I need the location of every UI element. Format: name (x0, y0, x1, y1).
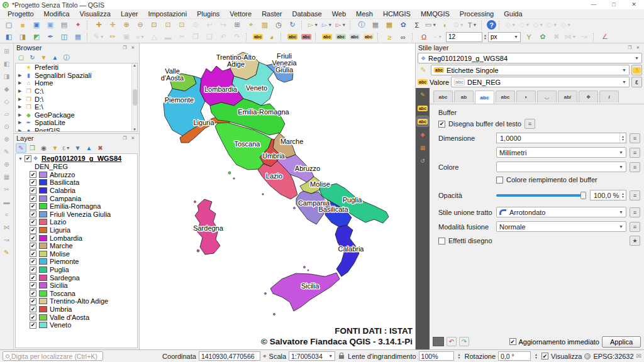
select-by-form-icon[interactable]: ▻▼ (321, 19, 333, 30)
blend-mode-select[interactable]: Normale▼ (496, 221, 626, 232)
mouse-extent-icon[interactable]: ⌖ (263, 353, 267, 360)
legend-row-trentino-alto-adige[interactable]: Trentino-Alto Adige (16, 297, 137, 305)
layer-diagram-options-icon[interactable]: ◕ (265, 31, 278, 42)
labels-tab-icon[interactable]: abc (417, 116, 428, 126)
label-field-select[interactable]: abc DEN_REG ▼ (451, 77, 630, 87)
legend-item-checkbox[interactable] (30, 298, 36, 305)
legend-item-checkbox[interactable] (30, 203, 36, 210)
new-spatial-bookmark-icon[interactable]: ▥ (258, 19, 271, 30)
effects-options-button[interactable]: ★ (630, 236, 640, 246)
apply-button[interactable]: Applica (602, 336, 641, 348)
metasearch-icon[interactable]: ∞ (397, 31, 409, 42)
vertex-tool-current-layer-icon[interactable]: Y (523, 31, 535, 42)
legend-item-checkbox[interactable] (30, 250, 36, 257)
style-layer-select[interactable]: ❖ Reg01012019_g_WGS84 ▼ (418, 53, 642, 63)
join-style-select[interactable]: Arrotondato▼ (496, 207, 626, 217)
expand-arrow-icon[interactable]: ▶ (18, 73, 25, 78)
browser-item-e-[interactable]: ▶❒E:\ (16, 103, 137, 111)
tab-placement[interactable]: ❖ (579, 90, 598, 102)
menu-modifica[interactable]: Modifica (39, 10, 75, 18)
close-icon[interactable]: ✕ (635, 45, 641, 51)
expand-arrow-icon[interactable]: ▶ (18, 97, 25, 102)
legend-item-checkbox[interactable] (30, 195, 36, 202)
browser-scrollbar[interactable]: ▲▼ (131, 63, 137, 131)
style-manager-icon[interactable]: ✦ (72, 19, 84, 30)
tab-buffer[interactable]: abc (475, 90, 494, 104)
collapse-all-icon[interactable]: ▲ (50, 53, 60, 62)
deselect-features-icon[interactable]: ▻▼ (335, 19, 347, 30)
legend-item-checkbox[interactable] (30, 314, 36, 321)
symbology-3d-tab-icon[interactable]: ◆ (417, 129, 428, 140)
move-label-icon[interactable]: abc (321, 31, 333, 42)
filter-legend-icon[interactable]: ▼ (50, 143, 60, 153)
menu-web[interactable]: Web (327, 10, 351, 18)
select-features-icon[interactable]: ▻▼ (307, 19, 319, 30)
collapse-all-icon[interactable]: ▲ (84, 143, 94, 153)
layer-visibility-checkbox[interactable] (25, 155, 31, 162)
legend-row-sicilia[interactable]: Sicilia (16, 282, 137, 290)
symbology-icon[interactable]: ✎ (418, 65, 429, 75)
legend-row-basilicata[interactable]: Basilicata (16, 178, 137, 187)
legend-row-calabria[interactable]: Calabria (16, 187, 137, 195)
undock-icon[interactable]: ❐ (626, 45, 633, 51)
field-calculator-icon[interactable]: ▦ (383, 19, 396, 30)
expand-arrow-icon[interactable]: ▶ (18, 128, 25, 132)
zoom-out-icon[interactable]: ⊖ (134, 19, 147, 30)
browser-item-home[interactable]: ▶⌂Home (16, 79, 137, 87)
minimize-button[interactable]: — (584, 0, 604, 9)
legend-row-campania[interactable]: Campania (16, 194, 137, 202)
undock-icon[interactable]: ❐ (121, 135, 128, 141)
tab-rendering[interactable]: / (599, 90, 619, 102)
data-defined-icon[interactable]: ≡ (525, 119, 535, 129)
legend-row-valle-d-aosta[interactable]: Valle d'Aosta (16, 313, 137, 321)
legend-item-checkbox[interactable] (30, 211, 36, 217)
menu-plugins[interactable]: Plugins (192, 10, 225, 18)
crs-status[interactable]: EPSG:32632 (593, 353, 633, 360)
legend-row-sardegna[interactable]: Sardegna (16, 273, 137, 282)
data-defined-icon[interactable]: ≡ (630, 207, 640, 217)
expand-arrow-icon[interactable]: ▶ (18, 80, 25, 85)
pan-to-selection-icon[interactable]: ✚ (106, 19, 119, 30)
layer-root-row[interactable]: ▼ ❖ Reg01012019_g_WGS84 (16, 154, 137, 163)
legend-item-checkbox[interactable] (30, 290, 36, 297)
rotation-spin-buttons[interactable]: ▲▼ (533, 353, 539, 359)
data-defined-icon[interactable]: ≡ (630, 162, 640, 172)
fill-buffer-checkbox[interactable] (496, 177, 503, 184)
tab-shadow[interactable]: ab/ (558, 90, 577, 102)
menu-visualizza[interactable]: Visualizza (75, 10, 116, 18)
add-vector-layer-icon[interactable]: ◧ (3, 31, 15, 42)
close-button[interactable]: ✕ (624, 0, 644, 9)
magnifier-input[interactable]: 100% (419, 351, 454, 361)
diagrams-tab-icon[interactable]: ▦ (417, 143, 428, 153)
legend-row-liguria[interactable]: Liguria (16, 226, 137, 234)
zoom-to-layer-icon[interactable]: ⊡ (175, 19, 188, 30)
zoom-to-selection-icon[interactable]: ⊡ (162, 19, 174, 30)
close-icon[interactable]: ✕ (130, 135, 136, 141)
remove-layer-icon[interactable]: ✖ (95, 143, 106, 153)
legend-item-checkbox[interactable] (30, 243, 36, 250)
add-virtual-layer-icon[interactable]: ▦ (72, 31, 84, 42)
manage-map-themes-icon[interactable]: ◉ (38, 143, 49, 153)
scale-select[interactable]: 1:7005034▼ (289, 351, 335, 361)
help-icon[interactable]: ? (487, 20, 496, 30)
annotation-tool-icon[interactable]: ✎ (1, 247, 13, 257)
draw-effects-checkbox[interactable] (438, 238, 445, 244)
close-icon[interactable]: ✕ (130, 45, 136, 51)
add-group-icon[interactable]: ❒ (27, 143, 38, 153)
menu-mmqgis[interactable]: MMQGIS (416, 10, 455, 18)
tab-mask[interactable]: abc (496, 90, 515, 102)
redo-style-button[interactable]: ↷ (459, 337, 469, 346)
vertex-tool-all-layers-icon[interactable]: ✿ (536, 31, 549, 42)
history-tab-icon[interactable]: ↺ (417, 156, 428, 166)
tab-shield[interactable]: ◗ (516, 90, 536, 102)
menu-database[interactable]: Database (287, 10, 327, 18)
map-tips-icon[interactable]: ◖ (438, 19, 451, 30)
messages-icon[interactable]: ✉ (636, 353, 641, 359)
legend-item-checkbox[interactable] (30, 282, 36, 289)
enable-properties-widget-icon[interactable]: ⓘ (61, 53, 72, 62)
labeling-mode-select[interactable]: abc Etichette Singole ▼ (431, 65, 630, 75)
legend-row-abruzzo[interactable]: Abruzzo (16, 171, 137, 179)
identify-features-icon[interactable]: ⓘ (355, 19, 368, 30)
tab-formatting[interactable]: ab (454, 90, 474, 102)
add-raster-layer-icon[interactable]: ◨ (16, 31, 29, 42)
